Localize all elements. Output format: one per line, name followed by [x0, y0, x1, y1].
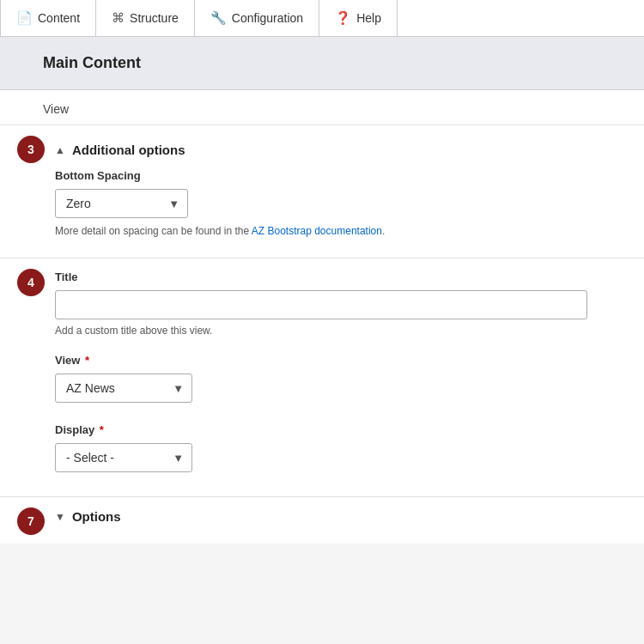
- tab-structure[interactable]: ⌘ Structure: [96, 0, 195, 36]
- step-7-content: ▼ Options: [55, 506, 627, 527]
- bottom-spacing-group: Bottom Spacing Zero Small Medium Large ▼…: [55, 169, 627, 246]
- bottom-spacing-select[interactable]: Zero Small Medium Large: [55, 189, 188, 218]
- options-label: Options: [72, 509, 121, 524]
- step-4-content: Title Add a custom title above this view…: [55, 267, 627, 484]
- bottom-spacing-label: Bottom Spacing: [55, 169, 627, 182]
- tab-content[interactable]: 📄 Content: [0, 0, 96, 36]
- view-select-wrapper: AZ News Option 2 Option 3 ▼: [55, 374, 192, 403]
- display-field-group: Display * - Select - Option A Option B ▼: [55, 423, 627, 481]
- config-icon: 🔧: [210, 10, 227, 26]
- tab-help-label: Help: [356, 11, 381, 25]
- bottom-spacing-hint: More detail on spacing can be found in t…: [55, 225, 627, 237]
- page-title: Main Content: [43, 54, 601, 72]
- view-field-label: View *: [55, 354, 627, 367]
- nav-tabs: 📄 Content ⌘ Structure 🔧 Configuration ❓ …: [0, 0, 644, 37]
- options-toggle[interactable]: ▼ Options: [55, 509, 627, 524]
- structure-icon: ⌘: [112, 10, 125, 26]
- title-hint: Add a custom title above this view.: [55, 325, 627, 337]
- display-field-label: Display *: [55, 423, 627, 436]
- additional-options-label: Additional options: [72, 143, 185, 157]
- display-required-marker: *: [96, 423, 104, 436]
- tab-configuration-label: Configuration: [232, 11, 303, 25]
- display-select-wrapper: - Select - Option A Option B ▼: [55, 443, 192, 472]
- step-4-badge: 4: [17, 269, 45, 296]
- step-3-row: 3 ▲ Additional options Bottom Spacing Ze…: [0, 125, 644, 258]
- options-chevron-icon: ▼: [55, 511, 65, 523]
- view-field-group: View * AZ News Option 2 Option 3 ▼: [55, 354, 627, 411]
- step-3-badge: 3: [17, 136, 45, 163]
- az-bootstrap-link[interactable]: AZ Bootstrap documentation: [252, 225, 382, 237]
- view-select[interactable]: AZ News Option 2 Option 3: [55, 374, 192, 403]
- title-field-group: Title Add a custom title above this view…: [55, 270, 627, 345]
- content-icon: 📄: [16, 10, 33, 26]
- step-7-badge: 7: [17, 507, 45, 535]
- view-label: View: [0, 90, 644, 125]
- main-content-header: Main Content: [0, 37, 644, 90]
- step-7-row: 7 ▼ Options: [0, 496, 644, 544]
- title-input[interactable]: [55, 290, 587, 319]
- step-4-row: 4 Title Add a custom title above this vi…: [0, 258, 644, 493]
- tab-help[interactable]: ❓ Help: [319, 0, 398, 36]
- chevron-up-icon: ▲: [55, 144, 65, 156]
- tab-structure-label: Structure: [130, 11, 179, 25]
- help-icon: ❓: [335, 10, 351, 26]
- tab-content-label: Content: [38, 11, 80, 25]
- tab-configuration[interactable]: 🔧 Configuration: [195, 0, 319, 36]
- step-3-content: ▲ Additional options Bottom Spacing Zero…: [55, 134, 627, 249]
- title-label: Title: [55, 270, 627, 283]
- display-select[interactable]: - Select - Option A Option B: [55, 443, 192, 472]
- view-required-marker: *: [82, 354, 89, 367]
- additional-options-toggle[interactable]: ▲ Additional options: [55, 137, 627, 169]
- bottom-spacing-wrapper: Zero Small Medium Large ▼: [55, 189, 188, 218]
- content-area: View 3 ▲ Additional options Bottom Spaci…: [0, 90, 644, 544]
